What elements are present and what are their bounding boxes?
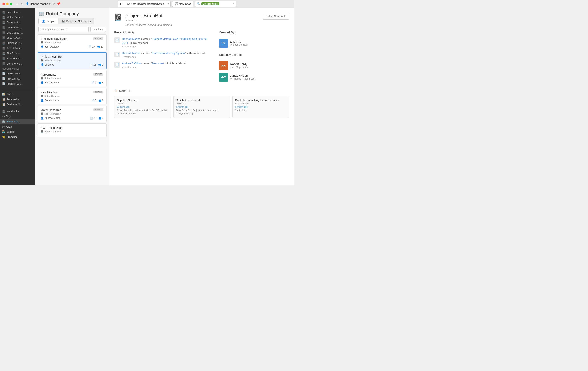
close-button[interactable] [2, 3, 5, 5]
owner-icon: 👤 [41, 99, 44, 102]
sidebar-item-business-n[interactable]: 📋 Business N... [0, 102, 35, 107]
user-menu-button[interactable]: 👤 Hannah Morino ▾ [26, 2, 51, 5]
back-button[interactable]: ‹ [17, 2, 19, 6]
sync-button[interactable]: ↻ [52, 2, 55, 6]
sidebar-label: Business N... [7, 103, 22, 106]
notebook-owner: 👤 Joel Osofsky [41, 45, 59, 48]
notebook-footer: 👤 Andrew Martin 📄30 👥7 [41, 117, 104, 120]
sidebar-item-motor-rese[interactable]: 📓 Motor Rese... [0, 15, 35, 20]
sidebar-item-use-cases[interactable]: 📓 Use Cases f... [0, 30, 35, 35]
notebook-card-agreements[interactable]: Agreements JOINED 📓 Robot Company 👤 Joel… [38, 70, 107, 87]
forward-button[interactable]: › [21, 2, 23, 6]
activity-section: Recent Activity 📄 Hannah Morino created … [114, 31, 214, 84]
note-author-0: LINDA YU [117, 103, 168, 105]
notebook-icon: 📓 [41, 41, 43, 44]
notebook-footer: 👤 Joel Osofsky 📄6 👥8 [41, 81, 104, 84]
note-time-0: 21 days ago [117, 105, 168, 108]
sidebar-item-atlas[interactable]: 🗺 Atlas [0, 124, 35, 129]
sidebar-item-sabertooth[interactable]: 📓 Sabertooth... [0, 20, 35, 25]
sidebar-item-robot-co[interactable]: 🏢 Robot Co... [0, 119, 35, 124]
note-title-2: Controller: Attaching the IntelliBrain 2 [235, 99, 286, 102]
sidebar-item-profitability[interactable]: 📄 Profitability... [0, 76, 35, 81]
new-note-dropdown[interactable]: ▾ [166, 1, 170, 7]
sidebar-label: 2014 Holida... [7, 57, 22, 60]
member-info-1: Jarrad Wilson VP Human Resources [230, 74, 255, 80]
activity-user-link[interactable]: Hannah Morino [122, 37, 140, 41]
sidebar-item-premium[interactable]: ⭐ Premium [0, 134, 35, 140]
notebook-icon: 📋 [2, 103, 5, 106]
titlebar: ‹ › 👤 Hannah Morino ▾ ↻ 📌 Evernote Busin… [0, 0, 294, 8]
activity-user-link[interactable]: Hannah Morino [122, 52, 140, 55]
notebook-card-motor-research[interactable]: Motor Research JOINED 📓 Robot Company 👤 … [38, 106, 107, 122]
sidebar-label: Atlas [6, 125, 12, 128]
tab-business-notebooks[interactable]: 📓 Business Notebooks [58, 18, 94, 24]
notebook-icon: 📓 [2, 26, 5, 29]
people-icon: 👤 [42, 20, 45, 23]
sidebar-item-notebooks[interactable]: 📓 Notebooks [0, 109, 35, 114]
company-name: Robot Company [46, 11, 79, 17]
notebook-icon: 📓 [41, 130, 43, 133]
member-info-0: Robert Hardy Field Supervisor [230, 62, 248, 69]
notebook-owner: 👤 Robert Harris [41, 99, 59, 102]
member-name-1: Jarrad Wilson [230, 74, 255, 77]
notes-header: 📋 Notes 11 [114, 89, 289, 93]
notebook-icon: 📓 [2, 62, 5, 65]
sidebar-label: The Robot... [7, 52, 21, 55]
sidebar-label: Profitability... [7, 77, 21, 80]
activity-note-link[interactable]: Brainstorm Meeting Agenda [152, 52, 185, 55]
minimize-button[interactable] [6, 3, 9, 5]
join-notebook-button[interactable]: + Join Notebook [263, 13, 289, 20]
member-avatar-0: RH [219, 61, 228, 70]
sidebar-item-sales-team[interactable]: 📓 Sales Team [0, 10, 35, 15]
detail-nb-icon: 📓 [114, 14, 123, 21]
pin-button[interactable]: 📌 [56, 2, 61, 6]
sidebar-item-robot[interactable]: 📓 The Robot... [0, 51, 35, 56]
join-label: + Join Notebook [266, 15, 285, 18]
notebook-card-new-hire[interactable]: New Hire Info JOINED 📓 Robot Company 👤 R… [38, 88, 107, 104]
sidebar-item-market[interactable]: 🏪 Market [0, 129, 35, 134]
sidebar-item-2014[interactable]: 📓 2014 Holida... [0, 56, 35, 61]
notebook-icon: 📓 [41, 112, 43, 115]
members-icon: 👥 [97, 45, 100, 48]
search-bar[interactable]: 🔍 MY BUSINESS ✕ [195, 1, 236, 7]
notebook-card-rc-it[interactable]: RC IT Help Desk 📓 Robot Company [38, 124, 107, 137]
note-card-2[interactable]: Controller: Attaching the IntelliBrain 2… [232, 96, 289, 118]
search-clear-button[interactable]: ✕ [232, 2, 234, 5]
sidebar-item-brainbot[interactable]: 📄 Brainbot Co... [0, 81, 35, 86]
notebook-icon: 📓 [2, 21, 5, 24]
notebook-card-brainbot[interactable]: Project: BrainBot 📓 Robot Company 👤 Lind… [38, 52, 107, 69]
search-badge[interactable]: MY BUSINESS [201, 2, 220, 5]
chat-icon: 💬 [175, 2, 178, 5]
sidebar-item-notes[interactable]: 📝 Notes [0, 92, 35, 97]
filter-row: Popularity [35, 27, 109, 34]
traffic-lights [2, 3, 12, 5]
notebook-stats: 📄6 👥8 [91, 81, 104, 84]
note-icon: 📄 [2, 72, 5, 75]
note-card-1[interactable]: Brainbot Dashboard LINDA YU a month ago … [173, 96, 230, 118]
sidebar-item-documents[interactable]: 📓 Documents... [0, 25, 35, 30]
notebook-owner: 👤 Andrew Martin [41, 117, 60, 120]
tab-people[interactable]: 👤 People [38, 18, 58, 24]
note-card-0[interactable]: Supplies Needed LINDA YU 21 days ago 1 I… [114, 96, 171, 118]
joined-member-row-1: JW Jarrad Wilson VP Human Resources [219, 72, 289, 82]
maximize-button[interactable] [10, 3, 12, 5]
sidebar-item-business-r[interactable]: 📓 Business R... [0, 41, 35, 46]
activity-note-link[interactable]: Motor test.. [152, 62, 166, 65]
note-preview-0: 1 IntelliBrain 2 robotics controller 10k… [117, 109, 168, 115]
notebook-stats: 📄11 👥9 [90, 63, 103, 66]
sidebar-item-personal-n[interactable]: 📋 Personal N... [0, 97, 35, 102]
member-title-0: Field Supervisor [230, 66, 248, 69]
sort-button[interactable]: Popularity [90, 27, 106, 32]
sidebar-item-project-plan[interactable]: 📄 Project Plan [0, 71, 35, 76]
member-title-1: VP Human Resources [230, 77, 255, 80]
sidebar-item-vex[interactable]: 📓 VEX Roboti... [0, 35, 35, 41]
activity-content: Andrea DaSilva created "Motor test.." in… [122, 62, 186, 68]
filter-input[interactable] [38, 27, 89, 32]
sidebar-item-travel[interactable]: 📓 Travel Itiner... [0, 46, 35, 51]
new-chat-button[interactable]: 💬 New Chat [172, 1, 193, 7]
sidebar-item-conference[interactable]: 📓 Conference... [0, 61, 35, 66]
sidebar-item-tags[interactable]: 🏷 Tags [0, 114, 35, 119]
notebook-card-employee-navigator[interactable]: Employee Navigator JOINED 📓 Robot Compan… [38, 34, 107, 51]
activity-user-link[interactable]: Andrea DaSilva [122, 62, 141, 65]
member-avatar-1: JW [219, 72, 228, 82]
